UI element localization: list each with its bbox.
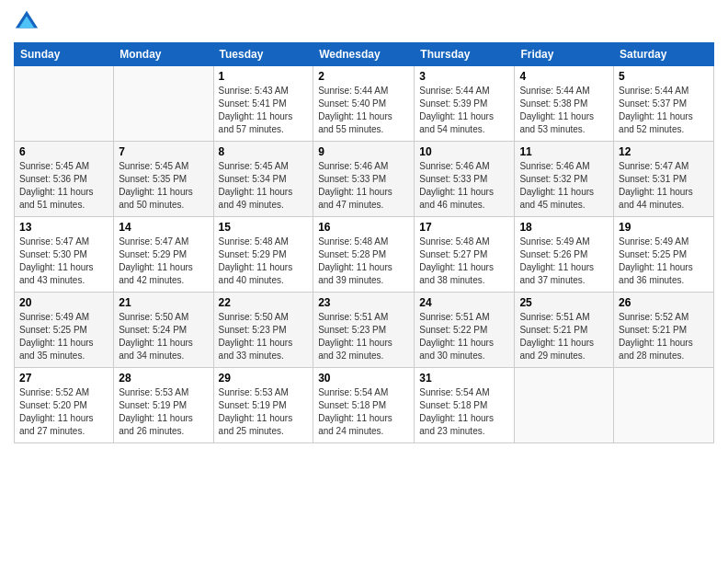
weekday-header-row: SundayMondayTuesdayWednesdayThursdayFrid… <box>15 43 714 66</box>
weekday-header-saturday: Saturday <box>614 43 714 66</box>
week-row-2: 6Sunrise: 5:45 AM Sunset: 5:36 PM Daylig… <box>15 142 714 217</box>
day-info: Sunrise: 5:47 AM Sunset: 5:29 PM Dayligh… <box>119 236 208 287</box>
day-number: 25 <box>519 296 609 309</box>
day-number: 22 <box>219 296 309 309</box>
day-info: Sunrise: 5:48 AM Sunset: 5:29 PM Dayligh… <box>219 236 309 287</box>
day-number: 3 <box>419 70 509 83</box>
weekday-header-thursday: Thursday <box>415 43 515 66</box>
week-row-5: 27Sunrise: 5:52 AM Sunset: 5:20 PM Dayli… <box>15 368 714 443</box>
calendar-cell: 3Sunrise: 5:44 AM Sunset: 5:39 PM Daylig… <box>415 66 515 142</box>
calendar-cell: 10Sunrise: 5:46 AM Sunset: 5:33 PM Dayli… <box>415 142 515 217</box>
day-info: Sunrise: 5:50 AM Sunset: 5:24 PM Dayligh… <box>119 311 208 362</box>
weekday-header-sunday: Sunday <box>15 43 114 66</box>
calendar-cell: 13Sunrise: 5:47 AM Sunset: 5:30 PM Dayli… <box>15 217 114 293</box>
header <box>14 9 714 35</box>
calendar-cell: 24Sunrise: 5:51 AM Sunset: 5:22 PM Dayli… <box>415 293 515 368</box>
day-info: Sunrise: 5:44 AM Sunset: 5:37 PM Dayligh… <box>619 85 709 136</box>
day-info: Sunrise: 5:45 AM Sunset: 5:36 PM Dayligh… <box>19 160 108 212</box>
calendar-cell: 15Sunrise: 5:48 AM Sunset: 5:29 PM Dayli… <box>213 217 313 293</box>
calendar-cell: 4Sunrise: 5:44 AM Sunset: 5:38 PM Daylig… <box>515 66 614 142</box>
weekday-header-friday: Friday <box>515 43 614 66</box>
calendar-cell: 28Sunrise: 5:53 AM Sunset: 5:19 PM Dayli… <box>114 368 213 443</box>
day-info: Sunrise: 5:48 AM Sunset: 5:27 PM Dayligh… <box>419 236 509 287</box>
calendar-cell <box>15 66 114 142</box>
day-number: 18 <box>519 221 609 234</box>
logo-icon <box>14 9 40 35</box>
calendar-cell: 27Sunrise: 5:52 AM Sunset: 5:20 PM Dayli… <box>15 368 114 443</box>
day-info: Sunrise: 5:49 AM Sunset: 5:25 PM Dayligh… <box>619 236 709 287</box>
day-info: Sunrise: 5:46 AM Sunset: 5:33 PM Dayligh… <box>318 160 409 212</box>
weekday-header-monday: Monday <box>114 43 213 66</box>
calendar-cell: 30Sunrise: 5:54 AM Sunset: 5:18 PM Dayli… <box>313 368 415 443</box>
weekday-header-wednesday: Wednesday <box>313 43 415 66</box>
calendar-cell: 21Sunrise: 5:50 AM Sunset: 5:24 PM Dayli… <box>114 293 213 368</box>
day-number: 1 <box>219 70 309 83</box>
day-info: Sunrise: 5:43 AM Sunset: 5:41 PM Dayligh… <box>219 85 309 136</box>
calendar-cell: 20Sunrise: 5:49 AM Sunset: 5:25 PM Dayli… <box>15 293 114 368</box>
day-number: 15 <box>219 221 309 234</box>
day-number: 28 <box>119 372 208 385</box>
day-number: 10 <box>419 145 509 158</box>
day-number: 20 <box>19 296 108 309</box>
day-number: 8 <box>219 145 309 158</box>
week-row-4: 20Sunrise: 5:49 AM Sunset: 5:25 PM Dayli… <box>15 293 714 368</box>
day-number: 2 <box>318 70 409 83</box>
day-number: 23 <box>318 296 409 309</box>
day-info: Sunrise: 5:49 AM Sunset: 5:26 PM Dayligh… <box>519 236 609 287</box>
day-number: 13 <box>19 221 108 234</box>
logo <box>14 9 43 35</box>
day-number: 29 <box>219 372 309 385</box>
day-number: 7 <box>119 145 208 158</box>
calendar-cell <box>515 368 614 443</box>
day-info: Sunrise: 5:51 AM Sunset: 5:21 PM Dayligh… <box>519 311 609 362</box>
day-info: Sunrise: 5:46 AM Sunset: 5:32 PM Dayligh… <box>519 160 609 212</box>
calendar-cell: 9Sunrise: 5:46 AM Sunset: 5:33 PM Daylig… <box>313 142 415 217</box>
calendar-cell: 23Sunrise: 5:51 AM Sunset: 5:23 PM Dayli… <box>313 293 415 368</box>
day-number: 4 <box>519 70 609 83</box>
weekday-header-tuesday: Tuesday <box>213 43 313 66</box>
calendar-cell: 16Sunrise: 5:48 AM Sunset: 5:28 PM Dayli… <box>313 217 415 293</box>
calendar-cell: 31Sunrise: 5:54 AM Sunset: 5:18 PM Dayli… <box>415 368 515 443</box>
calendar-cell <box>114 66 213 142</box>
day-info: Sunrise: 5:54 AM Sunset: 5:18 PM Dayligh… <box>318 386 409 438</box>
day-number: 9 <box>318 145 409 158</box>
day-info: Sunrise: 5:53 AM Sunset: 5:19 PM Dayligh… <box>219 386 309 438</box>
calendar-cell: 12Sunrise: 5:47 AM Sunset: 5:31 PM Dayli… <box>614 142 714 217</box>
page: SundayMondayTuesdayWednesdayThursdayFrid… <box>0 0 728 563</box>
calendar-cell: 29Sunrise: 5:53 AM Sunset: 5:19 PM Dayli… <box>213 368 313 443</box>
calendar-cell: 11Sunrise: 5:46 AM Sunset: 5:32 PM Dayli… <box>515 142 614 217</box>
day-number: 11 <box>519 145 609 158</box>
day-info: Sunrise: 5:49 AM Sunset: 5:25 PM Dayligh… <box>19 311 108 362</box>
week-row-1: 1Sunrise: 5:43 AM Sunset: 5:41 PM Daylig… <box>15 66 714 142</box>
day-info: Sunrise: 5:46 AM Sunset: 5:33 PM Dayligh… <box>419 160 509 212</box>
week-row-3: 13Sunrise: 5:47 AM Sunset: 5:30 PM Dayli… <box>15 217 714 293</box>
day-info: Sunrise: 5:47 AM Sunset: 5:31 PM Dayligh… <box>619 160 709 212</box>
calendar-cell: 14Sunrise: 5:47 AM Sunset: 5:29 PM Dayli… <box>114 217 213 293</box>
day-number: 30 <box>318 372 409 385</box>
calendar-cell: 18Sunrise: 5:49 AM Sunset: 5:26 PM Dayli… <box>515 217 614 293</box>
calendar-cell: 1Sunrise: 5:43 AM Sunset: 5:41 PM Daylig… <box>213 66 313 142</box>
day-info: Sunrise: 5:44 AM Sunset: 5:40 PM Dayligh… <box>318 85 409 136</box>
day-info: Sunrise: 5:45 AM Sunset: 5:35 PM Dayligh… <box>119 160 208 212</box>
day-number: 5 <box>619 70 709 83</box>
day-info: Sunrise: 5:51 AM Sunset: 5:22 PM Dayligh… <box>419 311 509 362</box>
day-info: Sunrise: 5:47 AM Sunset: 5:30 PM Dayligh… <box>19 236 108 287</box>
calendar-cell: 5Sunrise: 5:44 AM Sunset: 5:37 PM Daylig… <box>614 66 714 142</box>
day-number: 24 <box>419 296 509 309</box>
calendar-cell: 26Sunrise: 5:52 AM Sunset: 5:21 PM Dayli… <box>614 293 714 368</box>
day-info: Sunrise: 5:44 AM Sunset: 5:38 PM Dayligh… <box>519 85 609 136</box>
day-number: 16 <box>318 221 409 234</box>
calendar-cell: 6Sunrise: 5:45 AM Sunset: 5:36 PM Daylig… <box>15 142 114 217</box>
day-number: 21 <box>119 296 208 309</box>
calendar-cell: 7Sunrise: 5:45 AM Sunset: 5:35 PM Daylig… <box>114 142 213 217</box>
day-info: Sunrise: 5:52 AM Sunset: 5:20 PM Dayligh… <box>19 386 108 438</box>
calendar-cell: 8Sunrise: 5:45 AM Sunset: 5:34 PM Daylig… <box>213 142 313 217</box>
day-number: 14 <box>119 221 208 234</box>
calendar: SundayMondayTuesdayWednesdayThursdayFrid… <box>14 42 714 443</box>
day-info: Sunrise: 5:45 AM Sunset: 5:34 PM Dayligh… <box>219 160 309 212</box>
calendar-cell: 19Sunrise: 5:49 AM Sunset: 5:25 PM Dayli… <box>614 217 714 293</box>
calendar-cell: 2Sunrise: 5:44 AM Sunset: 5:40 PM Daylig… <box>313 66 415 142</box>
calendar-cell: 25Sunrise: 5:51 AM Sunset: 5:21 PM Dayli… <box>515 293 614 368</box>
day-info: Sunrise: 5:50 AM Sunset: 5:23 PM Dayligh… <box>219 311 309 362</box>
day-number: 26 <box>619 296 709 309</box>
